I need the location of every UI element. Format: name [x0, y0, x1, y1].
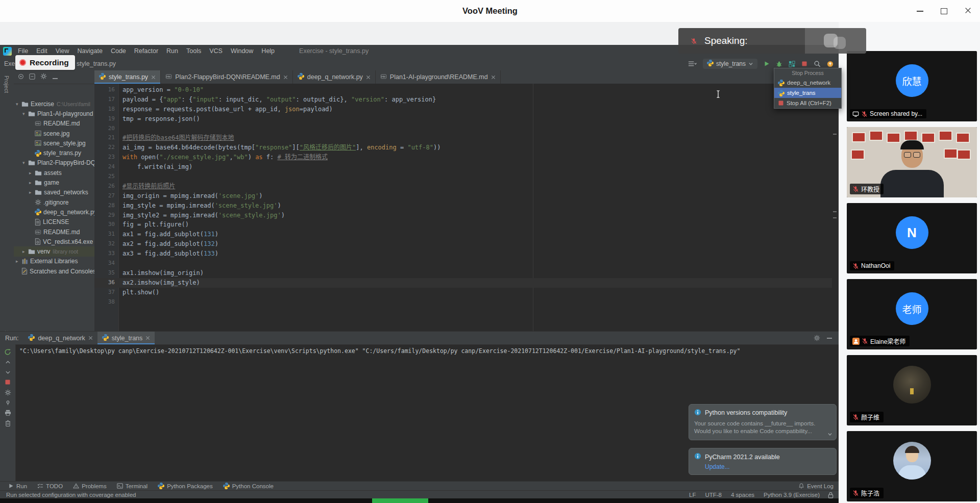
line-number[interactable]: 16	[94, 85, 118, 95]
menu-item-navigate[interactable]: Navigate	[74, 47, 107, 55]
project-tree-item[interactable]: Scratches and Consoles	[14, 266, 94, 276]
editor-tab[interactable]: style_trans.py	[94, 70, 161, 84]
line-number[interactable]: 18	[94, 105, 118, 114]
code-line[interactable]: 38	[94, 297, 832, 307]
menu-item-vcs[interactable]: VCS	[205, 47, 227, 55]
code-line[interactable]: 36ax2.imshow(img_style)	[94, 278, 832, 288]
code-line[interactable]: 19tmp = response.json()	[94, 114, 832, 124]
code-line[interactable]: 31ax1 = fig.add_subplot(131)	[94, 230, 832, 239]
view-options-icon[interactable]	[688, 61, 697, 67]
stripe-project-tab[interactable]: Project	[4, 76, 10, 93]
participant-tile[interactable]: 欣慧Screen shared by...	[847, 51, 977, 121]
expand-notification-icon[interactable]	[827, 432, 832, 437]
project-tree-item[interactable]: ▸assets	[14, 168, 94, 178]
maximize-button[interactable]	[932, 0, 956, 22]
toolwindow-python-packages[interactable]: Python Packages	[153, 482, 218, 491]
toolwindow-python-console[interactable]: Python Console	[218, 482, 279, 491]
project-tree-item[interactable]: ▸saved_networks	[14, 188, 94, 197]
run-settings-icon[interactable]	[814, 335, 820, 341]
line-number[interactable]: 35	[94, 268, 118, 278]
code-line[interactable]: 34	[94, 259, 832, 268]
line-number[interactable]: 26	[94, 182, 118, 191]
code-line[interactable]: 25	[94, 172, 832, 182]
stop-popup-item[interactable]: style_trans	[774, 88, 841, 98]
run-tab[interactable]: style_trans	[97, 332, 155, 344]
menu-item-refactor[interactable]: Refactor	[130, 47, 162, 55]
notification-pycharm-update[interactable]: PyCharm 2021.2 available Update...	[689, 448, 837, 475]
next-occurrence-icon[interactable]	[5, 369, 11, 375]
project-tree-item[interactable]: ▾Plan2-FlappyBird-DQN	[14, 158, 94, 168]
code-line[interactable]: 16app_version = "0-0-10"	[94, 85, 832, 95]
project-tree-item[interactable]: ▸venvlibrary root	[14, 246, 94, 256]
line-number[interactable]: 36	[94, 278, 118, 288]
status-item[interactable]: LF	[689, 492, 696, 498]
line-number[interactable]: 25	[94, 172, 118, 182]
menu-item-edit[interactable]: Edit	[32, 47, 52, 55]
menu-item-view[interactable]: View	[52, 47, 74, 55]
rerun-icon[interactable]	[4, 348, 11, 356]
pin-tab-icon[interactable]	[5, 400, 11, 406]
code-line[interactable]: 23with open("./scene_style.jpg","wb") as…	[94, 153, 832, 162]
stop-popup-item[interactable]: Stop All (Ctrl+F2)	[774, 98, 841, 108]
stop-popup-item[interactable]: deep_q_network	[774, 78, 841, 88]
clear-console-icon[interactable]	[5, 420, 11, 426]
editor-tab[interactable]: Plan2-FlappyBird-DQN\README.md	[161, 70, 293, 84]
code-line[interactable]: 26#显示转换前后照片	[94, 182, 832, 191]
status-item[interactable]: Python 3.9 (Exercise)	[764, 492, 820, 498]
code-line[interactable]: 30fig = plt.figure()	[94, 220, 832, 230]
menu-item-window[interactable]: Window	[227, 47, 257, 55]
participant-tile[interactable]: 老师Elaine梁老师	[847, 279, 977, 349]
line-number[interactable]: 19	[94, 114, 118, 124]
minimize-button[interactable]	[908, 0, 932, 22]
project-tree-item[interactable]: VC_redist.x64.exe	[14, 237, 94, 246]
code-line[interactable]: 18response = requests.post(base_url + ap…	[94, 105, 832, 114]
readonly-lock-icon[interactable]	[828, 492, 834, 498]
toolwindow-terminal[interactable]: Terminal	[112, 482, 153, 491]
line-number[interactable]: 34	[94, 259, 118, 268]
line-number[interactable]: 28	[94, 201, 118, 211]
stop-button[interactable]	[801, 61, 807, 67]
hide-panel-icon[interactable]	[52, 72, 58, 82]
run-button[interactable]	[764, 61, 770, 67]
line-number[interactable]: 23	[94, 153, 118, 162]
menu-item-file[interactable]: File	[14, 47, 32, 55]
code-line[interactable]: 35ax1.imshow(img_origin)	[94, 268, 832, 278]
line-number[interactable]: 38	[94, 297, 118, 307]
run-tab[interactable]: deep_q_network	[23, 332, 97, 344]
stop-console-icon[interactable]	[5, 379, 11, 385]
project-tree-item[interactable]: scene_style.jpg	[14, 138, 94, 148]
project-tree-item[interactable]: README.md	[14, 227, 94, 237]
close-tab-icon[interactable]	[366, 75, 371, 80]
line-number[interactable]: 27	[94, 191, 118, 201]
line-number[interactable]: 17	[94, 95, 118, 105]
run-console-output[interactable]: "C:\Users\family\Desktop\py canp\Exercis…	[19, 347, 836, 355]
code-line[interactable]: 22ai_img = base64.b64decode(bytes(tmp["r…	[94, 143, 832, 153]
code-line[interactable]: 17payload = {"app": {"input": input_dic,…	[94, 95, 832, 105]
code-line[interactable]: 29img_style2 = mpimg.imread('scene_style…	[94, 211, 832, 220]
line-number[interactable]: 20	[94, 124, 118, 134]
locate-file-icon[interactable]	[18, 72, 24, 82]
close-tab-icon[interactable]	[88, 336, 93, 340]
code-editor[interactable]: 16app_version = "0-0-10"17payload = {"ap…	[94, 84, 839, 331]
code-line[interactable]: 32ax2 = fig.add_subplot(132)	[94, 239, 832, 249]
project-tree-item[interactable]: .gitignore	[14, 197, 94, 207]
code-line[interactable]: 20	[94, 124, 832, 134]
code-line[interactable]: 21#把转换后的base64图片解码存储到本地	[94, 133, 832, 143]
status-item[interactable]: UTF-8	[705, 492, 722, 498]
participant-tile[interactable]: 陈子浩	[847, 431, 977, 501]
line-number[interactable]: 30	[94, 220, 118, 230]
participant-tile[interactable]: NNathanOoi	[847, 203, 977, 273]
line-number[interactable]: 31	[94, 230, 118, 239]
participant-tile[interactable]: 颜子维	[847, 355, 977, 425]
project-tree-item[interactable]: deep_q_network.py	[14, 207, 94, 217]
code-line[interactable]: 27img_origin = mpimg.imread('scene.jpg')	[94, 191, 832, 201]
line-number[interactable]: 37	[94, 288, 118, 297]
project-tree-item[interactable]: ▾ExerciseC:\Users\famil	[14, 99, 94, 109]
project-tree-item[interactable]: LICENSE	[14, 217, 94, 227]
collapse-all-icon[interactable]	[29, 72, 35, 82]
run-config-selector[interactable]: style_trans	[703, 59, 757, 69]
debug-button[interactable]	[776, 61, 782, 67]
line-number[interactable]: 22	[94, 143, 118, 153]
menu-item-code[interactable]: Code	[107, 47, 130, 55]
console-settings-icon[interactable]	[5, 389, 11, 396]
